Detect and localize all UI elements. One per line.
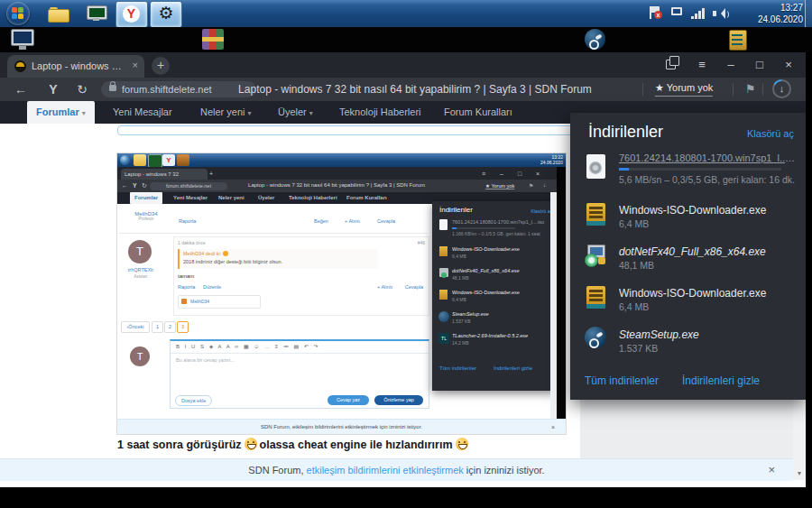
url-text: forum.shiftdelete.net [122,84,212,95]
scroll-down-arrow[interactable]: ▾ [793,469,806,477]
star-icon: ★ [655,82,664,93]
browser-tab[interactable]: Laptop - windows 7 32 × [7,55,144,78]
windows-iso-downloader-icon [586,286,605,309]
yandex-home-button[interactable]: Y [43,81,63,97]
desktop: Y ⚙ x 13:27 24.06.2020 [0,0,812,508]
screenshot-comments: ★ Yorum yok [485,183,514,189]
speaker-icon[interactable] [713,8,725,19]
screenshot-quote-box: MelihD34 dedi ki: 2018 indiriniz diğer d… [178,249,378,269]
notice-close-icon[interactable]: × [768,459,775,481]
trophy-icon [181,299,187,304]
nav-item-forumlar[interactable]: Forumlar▾ [27,101,95,124]
downloads-button[interactable]: ↓ [772,79,791,98]
nav-item-kurallar[interactable]: Forum Kuralları [444,101,512,124]
back-button[interactable]: ← [11,81,31,97]
bookmark-flag-icon[interactable]: ⚑ [745,82,756,96]
all-downloads-link[interactable]: Tüm indirilenler [585,374,659,387]
dotnet-installer-icon [585,245,606,266]
browser-toolbar: ← Y ↻ forum.shiftdelete.net Laptop - win… [0,78,812,101]
nav-item-yeni-mesajlar[interactable]: Yeni Mesajlar [113,101,172,124]
download-item[interactable]: dotNetFx40_Full_x86_x64.exe 48,1 MB [570,241,806,277]
screenshot-iso-icon [439,219,448,230]
hide-downloads-link[interactable]: İndirilenleri gizle [682,374,760,387]
screenshot-monitor-icon [148,154,162,168]
comments-label: Yorum yok [667,82,714,93]
screenshot-editor-toolbar: B I U S ◈ A A ∞ ▦ ☺ … ≡ ≔ ▤ ↶ ↷ [176,343,423,349]
clock-time: 13:27 [740,2,803,14]
lock-icon [109,85,116,91]
download-item[interactable]: Windows-ISO-Downloader.exe 6,4 MB [570,199,806,236]
screenshot-downloads-panel: İndirilenler Klasörü aç 7601.24214.18080… [432,201,557,391]
desktop-icon-iso-downloader[interactable] [724,28,752,51]
screenshot-reply-editor: B I U S ◈ A A ∞ ▦ ☺ … ≡ ≔ ▤ ↶ ↷ Bu alana… [170,339,429,409]
yandex-browser-icon: Y [123,5,140,23]
screenshot-taskbar: Y 13:22 24.06.2020 [117,153,566,167]
desktop-icon-steam[interactable] [582,28,609,51]
screenshot-clock: 13:22 24.06.2020 [527,155,563,165]
windows-iso-downloader-icon [586,203,605,226]
new-tab-button[interactable]: + [152,57,170,75]
winrar-icon [202,29,224,50]
taskbar-remote-button[interactable] [81,1,112,26]
screenshot-toolbar: ← Y ↻ forum.shiftdelete.net Laptop - win… [117,180,566,192]
windows-logo-icon [12,7,24,20]
tab-list-icon[interactable] [666,60,676,69]
screenshot-start-orb [120,155,130,165]
screenshot-yandex-icon: Y [162,154,175,166]
browser-menu-button[interactable]: ≡ [693,58,711,71]
downloads-title: İndirilenler [588,123,663,142]
taskbar-clock[interactable]: 13:27 24.06.2020 [740,2,803,25]
downloads-panel: İndirilenler Klasörü aç 7601.24214.18080… [570,113,806,400]
download-arrow-icon: ↓ [774,81,789,97]
signal-icon[interactable] [691,8,706,19]
screenshot-tab-bar: Laptop - windows 7 32 + ≡ – □ × [117,167,566,180]
screenshot-scrollbar [550,192,557,419]
desktop-icon-computer[interactable] [9,28,36,51]
screenshot-page-title: Laptop - windows 7 32 bit nasıl 64 bit y… [233,182,440,188]
screenshot-folder-icon [134,154,146,166]
screenshot-url: forum.shiftdelete.net [150,182,227,190]
taskbar-yandex-button[interactable]: Y [115,1,148,28]
grin-emoji [245,438,257,450]
clock-date: 24.06.2020 [740,14,803,25]
wink-emoji [223,251,228,256]
browser-tab-bar: Laptop - windows 7 32 × + ≡ – □ × [0,52,812,78]
nav-item-teknoloji[interactable]: Teknoloji Haberleri [339,101,421,124]
notification-bar: SDN Forum, etkileşim bildirimlerini etki… [0,458,793,481]
enable-notifications-link[interactable]: etkileşim bildirimlerini etkinleştirmek [307,465,464,476]
steam-icon [585,29,605,50]
system-tray: x [650,0,731,27]
download-item[interactable]: Windows-ISO-Downloader.exe 6,4 MB [570,282,806,319]
network-icon[interactable] [671,7,682,15]
reload-button[interactable]: ↻ [72,81,92,97]
grin-emoji [456,438,468,450]
download-item[interactable]: SteamSetup.exe 1.537 KB [570,324,806,360]
desktop-icon-winrar[interactable] [200,28,227,51]
chevron-down-icon: ▾ [82,109,86,117]
open-folder-link[interactable]: Klasörü aç [747,128,794,139]
tab-close-icon[interactable]: × [133,60,138,70]
maximize-button[interactable]: □ [751,58,769,71]
sdn-favicon-icon [14,60,26,72]
nav-item-neler-yeni[interactable]: Neler yeni▾ [200,101,252,124]
comments-button[interactable]: ★ Yorum yok [655,82,713,97]
taskbar-explorer-button[interactable] [43,1,74,26]
iso-file-icon [586,154,605,179]
tab-title: Laptop - windows 7 32 [32,60,122,71]
screenshot-tab: Laptop - windows 7 32 [121,169,208,180]
taskbar-cheatengine-button[interactable]: ⚙ [150,1,182,28]
download-item[interactable]: 7601.24214.180801-1700.win7sp1_l....iso … [570,151,806,196]
desktop-bottom-area [0,487,812,508]
chevron-down-icon: ▾ [309,109,313,117]
nav-item-uyeler[interactable]: Üyeler▾ [278,101,313,124]
show-desktop-button[interactable] [805,0,812,27]
start-button[interactable] [6,2,30,25]
window-close-button[interactable]: × [780,58,798,71]
desktop-background [0,27,812,52]
post-comment-text: 1 saat sonra görüşürüzolassa cheat engin… [117,438,471,451]
chevron-down-icon: ▾ [248,109,252,117]
steam-icon [585,327,606,348]
screenshot-image[interactable]: Y 13:22 24.06.2020 Laptop - windows 7 32… [117,153,566,434]
minimize-button[interactable]: – [722,58,740,71]
gear-icon: ⚙ [151,2,181,25]
